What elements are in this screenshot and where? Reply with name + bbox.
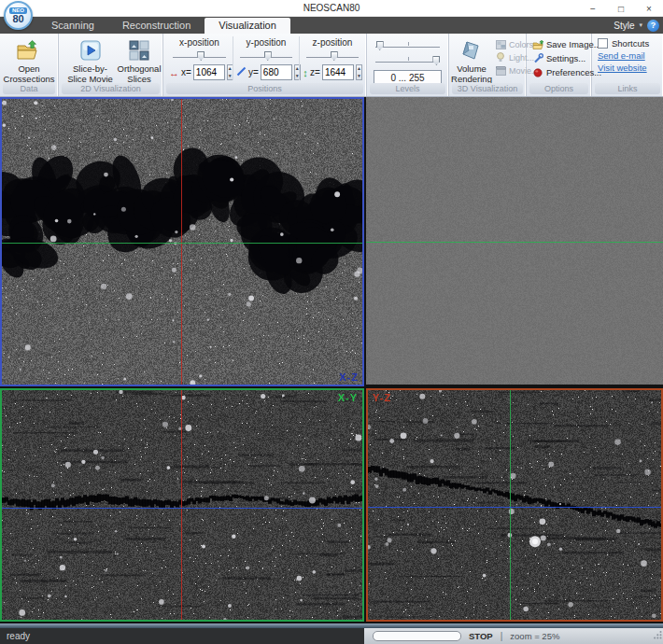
y-position-input[interactable] [261,64,292,80]
z-prefix: z= [310,67,320,77]
send-email-link[interactable]: Send e-mail [596,50,651,61]
shortcuts-toggle[interactable]: Shortcuts [596,38,651,49]
shortcuts-checkbox[interactable] [598,38,608,49]
open-folder-icon [16,38,42,63]
volume-rendering-button[interactable]: Volume Rendering [452,36,491,86]
viewport-3d[interactable] [366,97,663,385]
level-low-thumb[interactable] [376,41,384,50]
visit-website-link[interactable]: Visit website [596,63,651,73]
ribbon-group-3d-visualization: Volume Rendering Colors... [449,34,527,96]
z-position-title: z-position [303,37,362,48]
z-spin-up-icon[interactable]: ▲ [357,65,361,73]
level-high-slider[interactable] [375,54,440,66]
titlebar: NEOSCAN80 − □ × [0,0,663,17]
colors-icon [495,39,506,49]
xz-slice-image[interactable] [2,99,362,385]
status-separator: | [501,631,503,641]
chevron-down-icon[interactable]: ▾ [639,21,642,29]
z-spin-down-icon[interactable]: ▼ [357,73,361,80]
z-position-control: z-position ↕ z= ▲ ▼ [299,36,365,80]
group-label-3d-visualization: 3D Visualization [452,83,523,94]
volume-rendering-icon [459,38,484,63]
x-prefix: x= [181,67,191,77]
stop-button[interactable]: STOP [469,631,493,641]
tabbar-right: Style ▾ ? [614,17,659,34]
help-icon[interactable]: ? [647,20,659,32]
minimize-button[interactable]: − [579,0,607,17]
statusbar-right: STOP | zoom = 25% [364,628,663,644]
z-spinner[interactable]: ▲ ▼ [356,64,362,80]
viewport-yz[interactable]: Y-Z [366,388,663,622]
viewport-area: X-Z X-Y Y-Z [0,97,663,623]
xz-view-label: X-Z [339,371,359,383]
x-position-slider[interactable] [173,49,226,62]
shortcuts-label: Shortcuts [612,38,649,49]
x-position-title: x-position [169,37,230,48]
group-label-data: Data [3,83,55,94]
open-crossections-button[interactable]: Open Crossections [3,36,55,86]
x-position-control: x-position ↔ x= ▲ ▼ [166,36,233,80]
viewport-xy[interactable]: X-Y [0,388,364,622]
z-slider-thumb[interactable] [331,51,338,61]
slice-by-slice-movie-button[interactable]: Slice-by-Slice Movie [62,36,119,86]
movie-clapper-icon [495,65,506,76]
application-window: NEOSCAN80 − □ × NEO 80 Scanning Reconstr… [0,0,663,644]
xy-view-label: X-Y [338,392,358,403]
statusbar: ready STOP | zoom = 25% [0,623,663,644]
z-position-input[interactable] [322,64,354,80]
preferences-icon [532,67,543,77]
save-image-icon [532,39,543,49]
ribbon-group-data: Open Crossections Data [0,34,59,96]
volume-preview-image[interactable] [366,97,663,385]
group-label-options: Options [529,83,588,94]
group-label-levels: Levels [370,83,445,94]
xy-slice-image[interactable] [2,390,362,620]
x-position-input[interactable] [193,64,225,80]
z-position-slider[interactable] [306,49,359,62]
light-bulb-icon [495,52,506,63]
ribbon-group-levels: 0 ... 255 Levels [367,34,449,96]
tab-scanning[interactable]: Scanning [37,18,108,34]
z-axis-icon: ↕ [303,67,308,78]
ribbon-group-positions: x-position ↔ x= ▲ ▼ y-position [163,34,367,96]
logo-text-80: 80 [12,14,23,24]
open-crossections-label: Open Crossections [4,64,55,84]
volume-rendering-label: Volume Rendering [451,64,492,84]
y-position-slider[interactable] [240,49,292,62]
group-label-links: Links [595,83,660,94]
yz-crosshair-vertical [510,390,511,620]
app-logo[interactable]: NEO 80 [4,1,33,30]
maximize-button[interactable]: □ [607,0,635,17]
yz-slice-image[interactable] [368,390,661,620]
x-slider-thumb[interactable] [197,51,205,61]
viewport-xz[interactable]: X-Z [0,97,364,386]
yz-crosshair-horizontal [368,507,661,508]
xz-crosshair-horizontal [2,243,362,244]
y-prefix: y= [248,67,259,77]
close-button[interactable]: × [635,0,663,17]
wrench-icon [532,53,543,63]
ribbon-tabbar: Scanning Reconstruction Visualization St… [0,17,663,34]
yz-view-label: Y-Z [373,392,391,403]
orthogonal-slices-icon [129,38,149,63]
orthogonal-slices-label: Orthogonal Slices [118,64,162,84]
xy-crosshair-vertical [181,390,182,620]
y-position-title: y-position [236,37,296,48]
group-label-2d-visualization: 2D Visualization [62,83,160,94]
orthogonal-slices-button[interactable]: Orthogonal Slices [119,36,160,86]
level-high-thumb[interactable] [432,56,440,65]
window-title: NEOSCAN80 [303,3,360,13]
resize-grip-icon[interactable] [653,626,662,643]
status-message: ready [0,628,364,644]
slice-by-slice-movie-label: Slice-by-Slice Movie [63,64,117,84]
zoom-level-label: zoom = 25% [510,631,559,641]
y-slider-thumb[interactable] [264,51,272,61]
ribbon: Open Crossections Data Slice-by-Slice Mo… [0,34,663,97]
style-dropdown[interactable]: Style [614,21,634,31]
group-label-positions: Positions [166,83,363,94]
window-controls: − □ × [579,0,663,17]
tab-visualization[interactable]: Visualization [205,18,290,34]
volume-crosshair-horizontal [366,242,663,243]
tab-reconstruction[interactable]: Reconstruction [108,18,205,34]
level-low-slider[interactable] [375,39,440,51]
